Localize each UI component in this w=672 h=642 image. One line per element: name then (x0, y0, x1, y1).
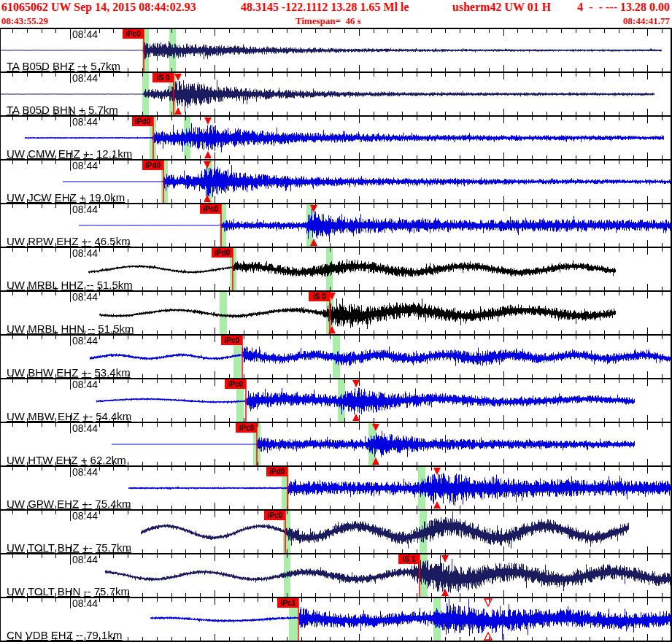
window-end-time: 08:44:41.77 (623, 15, 670, 27)
minute-tick-label: 08:44 (72, 554, 98, 565)
minute-tick-label: 08:44 (72, 160, 98, 171)
station-label[interactable]: UW HTW EHZ + 62.2km (7, 454, 126, 466)
minute-tick-label: 08:44 (72, 511, 98, 522)
trace-row-rpw: 08:44 iPc0 UW RPW EHZ +- 46.5km (1, 203, 671, 247)
window-start-time: 08:43:55.29 (1, 15, 48, 27)
trace-row-jcw: 08:44 iPd0 UW JCW EHZ + 19.0km (1, 159, 671, 203)
station-label[interactable]: UW MRBL HHZ -- 51.5km (7, 279, 133, 291)
station-label[interactable]: CN VDB EHZ -- 79.1km (7, 629, 122, 641)
minute-tick-label: 08:44 (72, 423, 98, 434)
minute-tick-label: 08:44 (72, 248, 98, 259)
trace-row-cmw: 08:44 iPd0 UW CMW EHZ +- 12.1km (1, 115, 671, 159)
trace-row-b05d: 08:44 iPc0 TA B05D BHZ -+ 5.7km (1, 28, 671, 71)
station-label[interactable]: UW GPW EHZ +- 75.4km (7, 498, 131, 510)
phase-pick-flag[interactable]: iPc1 (277, 598, 298, 608)
trace-row-b05d: 08:44 iS 0 TA B05D BHN + 5.7km (1, 71, 671, 115)
analyst-network-info: usherm42 UW 01 H (452, 1, 551, 14)
trace-row-tolt: 08:44 iS 1 UW TOLT BHN -- 75.7km (1, 553, 671, 597)
station-label[interactable]: TA B05D BHZ -+ 5.7km (7, 60, 120, 72)
station-label[interactable]: UW MRBL HHN -- 51.5km (7, 322, 134, 335)
phase-pick-flag[interactable]: iPc0 (264, 511, 285, 520)
minute-tick-label: 08:44 (72, 29, 98, 40)
trace-area: 08:44 iPc0 TA B05D BHZ -+ 5.7km 08:44 iS… (0, 28, 672, 642)
station-label[interactable]: UW CMW EHZ +- 12.1km (7, 147, 132, 160)
event-header: 61065062 UW Sep 14, 2015 08:44:02.93 48.… (0, 0, 672, 28)
trace-row-mbw: 08:44 iPc0 UW MBW EHZ +- 54.4km (1, 378, 671, 422)
station-label[interactable]: UW JCW EHZ + 19.0km (7, 191, 125, 204)
minute-tick-label: 08:44 (72, 292, 98, 303)
minute-tick-label: 08:44 (72, 336, 98, 347)
trace-row-bhw: 08:44 iPc0 UW BHW EHZ +- 53.4km (1, 334, 671, 378)
phase-pick-flag[interactable]: iPc0 (236, 423, 257, 433)
station-label[interactable]: UW TOLT BHZ +- 75.7km (7, 541, 131, 554)
phase-pick-flag[interactable]: iPc0 (225, 379, 246, 389)
trace-row-tolt: 08:44 iPc0 UW TOLT BHZ +- 75.7km (1, 509, 671, 553)
phase-pick-flag[interactable]: iPc0 (200, 204, 221, 214)
phase-pick-flag[interactable]: iPd0 (212, 248, 233, 258)
timespan-label: Timespan= 46 s (296, 15, 361, 27)
trace-row-gpw: 08:44 iPd0 UW GPW EHZ +- 75.4km (1, 465, 671, 509)
phase-pick-flag[interactable]: iS 0 (309, 292, 330, 301)
phase-pick-flag[interactable]: iPc0 (123, 29, 144, 39)
trace-row-vdb: 08:44 iPc1 CN VDB EHZ -- 79.1km (1, 597, 671, 641)
seismic-picker-window: 61065062 UW Sep 14, 2015 08:44:02.93 48.… (0, 0, 672, 642)
station-label[interactable]: UW MBW EHZ +- 54.4km (7, 410, 131, 422)
phase-pick-flag[interactable]: iPd0 (132, 117, 153, 126)
event-id-datetime: 61065062 UW Sep 14, 2015 08:44:02.93 (1, 1, 196, 14)
phase-pick-flag[interactable]: iPd0 (142, 160, 163, 170)
phase-pick-flag[interactable]: iS 1 (398, 554, 420, 564)
station-label[interactable]: UW BHW EHZ +- 53.4km (7, 366, 131, 379)
minute-tick-label: 08:44 (72, 598, 98, 609)
trace-row-mrbl: 08:44 iS 0 UW MRBL HHN -- 51.5km (1, 290, 671, 334)
minute-tick-label: 08:44 (72, 73, 98, 84)
phase-pick-flag[interactable]: iS 0 (152, 73, 174, 82)
minute-tick-label: 08:44 (72, 204, 98, 215)
trace-row-mrbl: 08:44 iPd0 UW MRBL HHZ -- 51.5km (1, 247, 671, 290)
minute-tick-label: 08:44 (72, 379, 98, 390)
station-label[interactable]: UW RPW EHZ +- 46.5km (7, 235, 131, 247)
phase-pick-flag[interactable]: iPc0 (221, 336, 242, 345)
phase-pick-flag[interactable]: iPd0 (266, 467, 287, 476)
event-location-magnitude: 48.3145 -122.1112 13.28 1.65 Ml le (241, 1, 409, 14)
station-label[interactable]: UW TOLT BHN -- 75.7km (7, 585, 130, 597)
trace-row-htw: 08:44 iPc0 UW HTW EHZ + 62.2km (1, 422, 671, 465)
station-label[interactable]: TA B05D BHN + 5.7km (7, 104, 118, 116)
minute-tick-label: 08:44 (72, 467, 98, 478)
event-status-flags: 4 - - --- 13.28 0.00 (577, 1, 670, 14)
minute-tick-label: 08:44 (72, 117, 98, 128)
